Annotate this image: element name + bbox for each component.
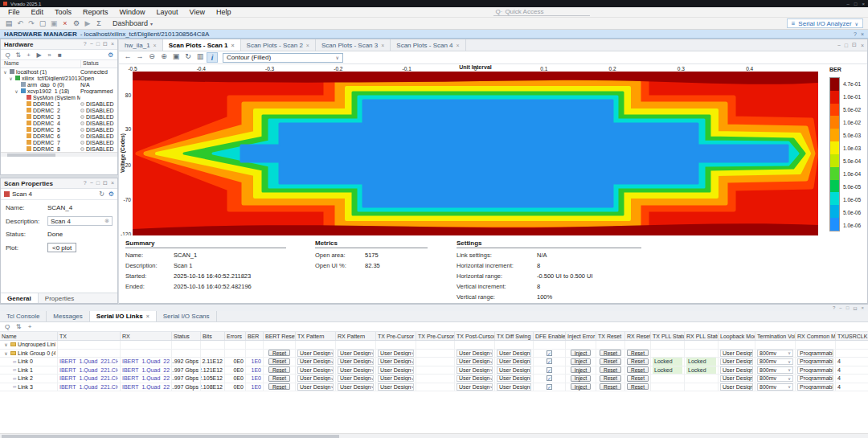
search-icon[interactable]: Q: [2, 51, 13, 59]
column-tx-pattern[interactable]: TX Pattern: [296, 332, 336, 340]
tree-chevron-icon[interactable]: ∨: [14, 88, 19, 94]
tree-row-label[interactable]: DDRMC_4: [33, 121, 60, 126]
bottom-panel-control-icon[interactable]: ⊡: [853, 305, 857, 311]
tab-properties[interactable]: Properties: [39, 293, 80, 303]
quick-access-search[interactable]: Q· Quick Access: [493, 8, 590, 16]
tx-reset-button[interactable]: Reset: [600, 358, 621, 365]
info-icon[interactable]: i: [207, 52, 218, 63]
inject-error-button[interactable]: Inject: [571, 366, 592, 373]
window-control-icon[interactable]: –: [847, 2, 850, 6]
column-name[interactable]: Name: [1, 60, 80, 68]
dropdown[interactable]: User Design∨: [720, 383, 753, 391]
dfe-enabled-checkbox[interactable]: ✓: [547, 375, 552, 381]
row-name-label[interactable]: Ungrouped Links (0): [18, 342, 55, 347]
dropdown[interactable]: User Design∨: [720, 375, 753, 383]
dropdown[interactable]: User Design∨: [457, 350, 493, 357]
tab-area-control-icon[interactable]: ×: [861, 43, 864, 48]
column-bert-reset[interactable]: BERT Reset: [264, 332, 296, 340]
banner-control-icon[interactable]: ?: [854, 31, 857, 37]
rx-reset-button[interactable]: Reset: [627, 375, 649, 382]
column-tx-reset[interactable]: TX Reset: [596, 332, 625, 340]
tree-row-label[interactable]: xcvp1902_1 (18): [27, 88, 69, 94]
tx-endpoint-link[interactable]: IBERT_1.Quad_221.CH_0.TX: [59, 358, 118, 364]
column-rx-reset[interactable]: RX Reset: [625, 332, 651, 340]
dfe-enabled-checkbox[interactable]: ✓: [547, 350, 552, 356]
column-dfe[interactable]: DFE Enabled: [534, 332, 566, 340]
dropdown[interactable]: User Design∨: [457, 375, 493, 383]
column-rx-pattern[interactable]: RX Pattern: [336, 332, 376, 340]
row-name-label[interactable]: Link Group 0 (4): [18, 350, 55, 356]
dropdown[interactable]: User Design∨: [338, 350, 374, 357]
hardware-tree-row[interactable]: SysMon (System Monitor): [1, 94, 117, 100]
hardware-tree-row[interactable]: DDRMC_3DISABLED: [1, 113, 117, 120]
bottom-panel-control-icon[interactable]: □: [846, 305, 850, 310]
tree-chevron-icon[interactable]: ∨: [3, 350, 9, 356]
redo-icon[interactable]: ↷: [26, 19, 37, 27]
rx-endpoint-link[interactable]: IBERT_1.Quad_221.CH_3.RX: [122, 384, 170, 390]
row-name-label[interactable]: Link 2: [18, 375, 33, 381]
dropdown[interactable]: Programmable∨: [797, 358, 833, 366]
tab-serial-i-o-links[interactable]: Serial I/O Links×: [90, 311, 157, 321]
tree-row-label[interactable]: DDRMC_3: [33, 114, 60, 120]
column-errors[interactable]: Errors: [225, 332, 246, 340]
dropdown[interactable]: User Design∨: [497, 350, 531, 357]
column-tx[interactable]: TX: [58, 332, 121, 340]
copy-icon[interactable]: ▣: [48, 19, 59, 27]
close-icon[interactable]: ×: [381, 43, 384, 48]
gear-icon[interactable]: ⚙: [105, 51, 116, 59]
close-icon[interactable]: ×: [154, 43, 157, 48]
column-ber[interactable]: BER: [246, 332, 264, 340]
tree-row-label[interactable]: DDRMC_1: [33, 101, 60, 107]
bert-reset-button[interactable]: Reset: [268, 366, 290, 373]
tab-area-control-icon[interactable]: −: [837, 43, 841, 48]
rx-endpoint-link[interactable]: IBERT_1.Quad_221.CH_2.RX: [122, 375, 170, 381]
table-row-link-1[interactable]: ∞Link 1IBERT_1.Quad_221.CH_1.TXIBERT_1.Q…: [0, 366, 868, 375]
tab-hw-ila-1[interactable]: hw_ila_1×: [119, 39, 163, 51]
zoom-in-icon[interactable]: ⊕: [158, 52, 170, 63]
dropdown[interactable]: User Design∨: [457, 383, 493, 391]
tab-area-control-icon[interactable]: □: [845, 43, 848, 48]
column-status[interactable]: Status: [80, 60, 117, 68]
scan-properties-panel-control-icon[interactable]: ×: [111, 180, 114, 186]
dropdown[interactable]: User Design∨: [297, 366, 334, 374]
report-icon[interactable]: Σ: [93, 19, 104, 27]
dropdown[interactable]: User Design∨: [720, 358, 753, 366]
dropdown[interactable]: User Design∨: [497, 366, 531, 374]
dropdown[interactable]: User Design∨: [378, 358, 414, 366]
table-row-link-3[interactable]: ∞Link 3IBERT_1.Quad_221.CH_3.TXIBERT_1.Q…: [0, 383, 868, 392]
menu-reports[interactable]: Reports: [77, 8, 114, 16]
description-field[interactable]: Scan 4 ⊗: [47, 216, 113, 226]
hardware-tree-row[interactable]: DDRMC_6DISABLED: [1, 133, 117, 139]
tree-row-label[interactable]: DDRMC_6: [33, 133, 60, 139]
dfe-enabled-checkbox[interactable]: ✓: [547, 384, 552, 390]
scan-properties-panel-control-icon[interactable]: ⊡: [103, 180, 108, 186]
tree-row-label[interactable]: DDRMC_8: [33, 146, 60, 152]
table-row-link-0[interactable]: ∞Link 0IBERT_1.Quad_221.CH_0.TXIBERT_1.Q…: [0, 358, 868, 366]
dropdown[interactable]: User Design∨: [297, 383, 334, 391]
close-icon[interactable]: ×: [231, 43, 234, 48]
dropdown[interactable]: User Design∨: [720, 366, 753, 374]
horizontal-scrollbar[interactable]: [0, 433, 868, 438]
bottom-panel-control-icon[interactable]: ×: [861, 305, 864, 310]
add-icon[interactable]: +: [25, 323, 35, 330]
tree-chevron-icon[interactable]: ∨: [3, 342, 9, 347]
scan-properties-panel-control-icon[interactable]: ?: [84, 180, 87, 186]
dropdown[interactable]: User Design∨: [338, 366, 374, 374]
close-icon[interactable]: ×: [306, 43, 309, 48]
menu-file[interactable]: File: [2, 8, 26, 16]
dropdown[interactable]: User Design∨: [497, 375, 531, 383]
back-icon[interactable]: ←: [122, 52, 133, 63]
tx-reset-button[interactable]: Reset: [600, 375, 621, 382]
window-control-icon[interactable]: □: [854, 2, 858, 6]
tab-scan-plots-scan-1[interactable]: Scan Plots - Scan 1×: [163, 39, 241, 51]
export-icon[interactable]: ▥: [194, 52, 206, 63]
hardware-panel-control-icon[interactable]: ⊡: [103, 41, 108, 47]
column-inject[interactable]: Inject Error: [566, 332, 596, 340]
bottom-panel-control-icon[interactable]: ?: [833, 305, 835, 310]
column-name[interactable]: Name: [0, 332, 58, 340]
menu-layout[interactable]: Layout: [151, 8, 184, 16]
dropdown[interactable]: User Design∨: [378, 366, 414, 374]
rx-endpoint-link[interactable]: IBERT_1.Quad_221.CH_0.RX: [122, 358, 170, 364]
column-tx-pre[interactable]: TX Pre-Cursor: [376, 332, 416, 340]
dropdown[interactable]: User Design∨: [497, 358, 531, 366]
